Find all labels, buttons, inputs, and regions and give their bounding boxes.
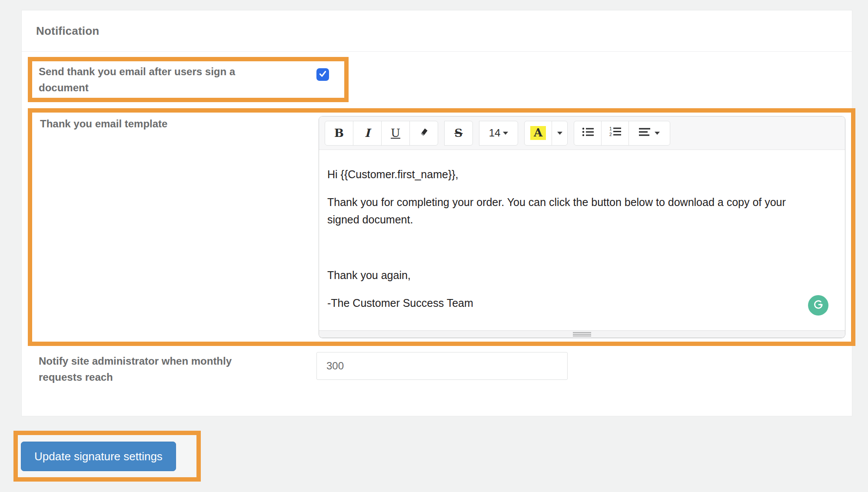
underline-button[interactable]: U [381,121,410,146]
monthly-requests-label: Notify site administrator when monthly r… [39,353,273,385]
list-align-group: 1 2 [574,121,670,146]
monthly-requests-input[interactable] [316,352,568,380]
template-label: Thank you email template [40,116,283,132]
eraser-icon [418,126,429,140]
font-style-group: B I U [325,121,438,146]
numbered-list-button[interactable]: 1 2 [601,121,629,146]
email-blank-line [327,239,837,266]
send-thank-you-checkbox[interactable] [316,68,329,81]
highlighted-letter: A [530,126,546,140]
clear-formatting-button[interactable] [409,121,438,146]
font-size-group: 14 [479,121,518,146]
paragraph-align-button[interactable] [629,121,670,146]
strikethrough-button[interactable]: S [444,121,473,146]
text-color-button[interactable]: A [524,121,552,146]
caret-down-icon [503,132,508,135]
email-template-content[interactable]: Hi {{Customer.first_name}}, Thank you fo… [319,150,845,331]
numbered-list-icon: 1 2 [609,126,621,140]
update-signature-settings-button[interactable]: Update signature settings [21,442,176,471]
checkmark-icon [318,69,327,80]
svg-text:2: 2 [609,132,612,137]
email-closing: Thank you again, [327,266,821,284]
grammarly-badge[interactable] [808,295,828,316]
email-template-editor: B I U S 14 [319,116,845,338]
email-signature: -The Customer Success Team [327,294,821,312]
editor-statusbar [319,330,845,338]
email-body: Thank you for completing your order. You… [327,193,821,228]
page-title: Notification [36,24,99,38]
caret-down-icon [557,132,562,135]
grammarly-icon [811,297,825,313]
send-thank-you-label: Send thank you email after users sign a … [39,63,273,96]
svg-text:1: 1 [609,126,612,131]
text-color-dropdown[interactable] [552,121,568,146]
align-icon [639,126,650,140]
font-size-dropdown[interactable]: 14 [479,121,518,146]
editor-toolbar: B I U S 14 [319,116,845,150]
settings-page: Notification Send thank you email after … [0,0,868,492]
italic-button[interactable]: I [353,121,382,146]
text-color-group: A [524,121,568,146]
email-greeting: Hi {{Customer.first_name}}, [327,166,821,183]
font-size-value: 14 [489,127,501,139]
strikethrough-group: S [444,121,473,146]
card-header: Notification [22,10,852,52]
bold-button[interactable]: B [325,121,353,146]
caret-down-icon [655,132,660,135]
bullet-list-button[interactable] [574,121,602,146]
bullet-list-icon [582,126,594,140]
resize-grip-icon[interactable] [573,332,591,336]
